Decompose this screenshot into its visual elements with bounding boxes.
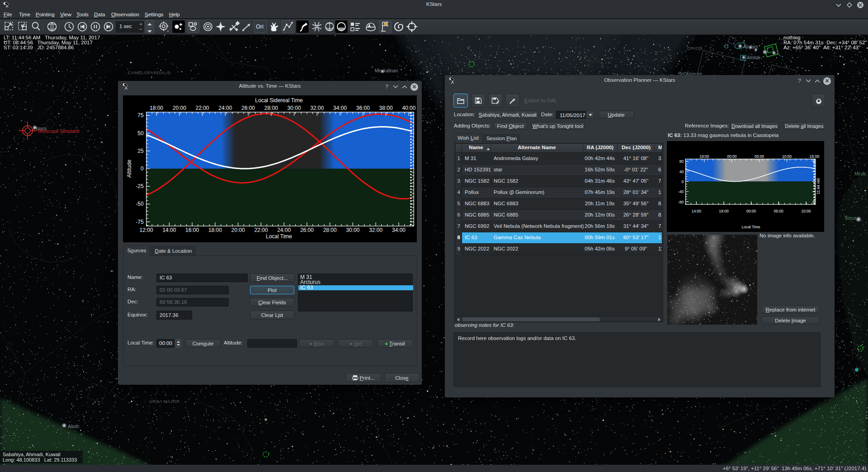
svg-text:30:00: 30:00: [288, 105, 301, 111]
svg-text:05:00: 05:00: [755, 154, 764, 159]
svg-text:-80: -80: [678, 200, 684, 204]
svg-text:25: 25: [137, 148, 144, 154]
svg-text:20:00: 20:00: [231, 227, 245, 233]
svg-text:18:00: 18:00: [208, 227, 222, 233]
svg-text:-50: -50: [136, 201, 144, 207]
svg-text:05:00: 05:00: [774, 209, 784, 213]
svg-text:24:00: 24:00: [277, 227, 291, 233]
svg-text:28:00: 28:00: [264, 105, 278, 111]
svg-text:10:00: 10:00: [782, 154, 792, 159]
svg-text:40:00: 40:00: [402, 105, 415, 111]
svg-text:10:00: 10:00: [801, 209, 811, 213]
svg-text:50: 50: [137, 130, 144, 137]
svg-text:24:00: 24:00: [218, 105, 232, 111]
svg-text:19:00: 19:00: [699, 154, 709, 159]
svg-text:11:44 AM: 11:44 AM: [816, 178, 821, 194]
svg-text:-25: -25: [136, 183, 144, 189]
svg-text:36:00: 36:00: [356, 105, 370, 111]
svg-text:26:00: 26:00: [241, 105, 255, 111]
svg-text:Local Sidereal Time: Local Sidereal Time: [255, 97, 303, 104]
svg-text:12:00: 12:00: [140, 227, 153, 233]
svg-text:15:00: 15:00: [810, 154, 820, 159]
svg-text:40: 40: [679, 170, 684, 174]
svg-text:0: 0: [141, 165, 144, 172]
svg-text:00:00: 00:00: [727, 154, 737, 159]
svg-text:80: 80: [679, 159, 684, 164]
svg-text:14:00: 14:00: [162, 227, 176, 233]
svg-text:Altitude: Altitude: [126, 160, 132, 178]
svg-text:20:00: 20:00: [173, 105, 186, 111]
svg-text:32:00: 32:00: [310, 105, 324, 111]
svg-text:-40: -40: [678, 189, 684, 194]
svg-text:-75: -75: [136, 219, 144, 225]
svg-text:32:00: 32:00: [369, 227, 382, 233]
svg-text:Local Time: Local Time: [741, 225, 760, 229]
svg-text:38:00: 38:00: [379, 105, 393, 111]
svg-text:28:00: 28:00: [323, 227, 337, 233]
svg-text:19:00: 19:00: [719, 209, 729, 213]
svg-text:16:00: 16:00: [185, 227, 199, 233]
svg-text:26:00: 26:00: [300, 227, 314, 233]
svg-text:18:00: 18:00: [150, 105, 163, 111]
svg-text:75: 75: [137, 112, 144, 118]
svg-text:00:00: 00:00: [746, 209, 756, 213]
svg-text:30:00: 30:00: [346, 227, 359, 233]
svg-text:34:00: 34:00: [333, 105, 347, 111]
svg-text:Local Time: Local Time: [266, 233, 292, 240]
svg-text:22:00: 22:00: [195, 105, 209, 111]
svg-text:34:00: 34:00: [392, 227, 406, 233]
svg-text:14:00: 14:00: [692, 209, 702, 213]
svg-text:0: 0: [682, 179, 684, 184]
svg-text:22:00: 22:00: [254, 227, 268, 233]
